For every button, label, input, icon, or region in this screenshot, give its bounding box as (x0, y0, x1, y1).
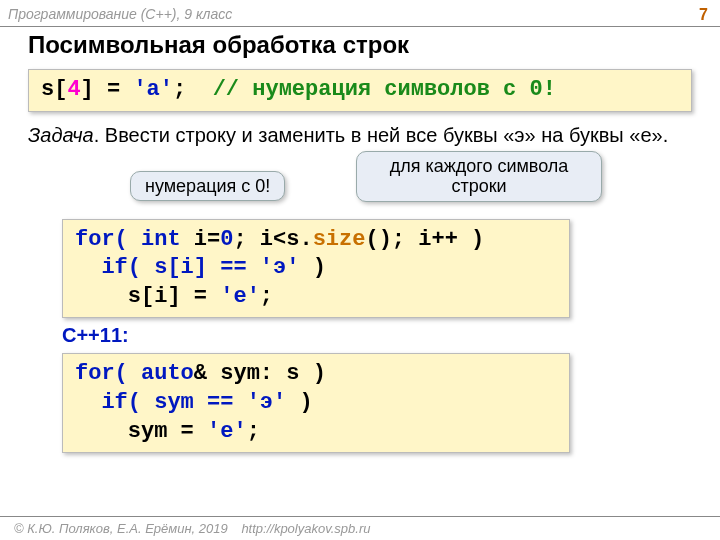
code-snippet-3: for( auto& sym: s ) if( sym == 'э' ) sym… (62, 353, 570, 453)
kw-int: int (141, 227, 181, 252)
code-text: s[i] = (75, 284, 220, 309)
code-num: 0 (220, 227, 233, 252)
copyright: © К.Ю. Поляков, Е.А. Ерёмин, 2019 (14, 521, 228, 536)
callout-foreach: для каждого символа строки (356, 151, 602, 202)
course-label: Программирование (C++), 9 класс (8, 6, 232, 24)
footer-url: http://kpolyakov.spb.ru (241, 521, 370, 536)
code-comment: // нумерация символов с 0! (213, 77, 556, 102)
code-index: 4 (67, 77, 80, 102)
code-char: 'э' (260, 255, 300, 280)
callouts-area: нумерация с 0! для каждого символа строк… (0, 151, 720, 215)
code-snippet-1: s[4] = 'a'; // нумерация символов с 0! (28, 69, 692, 112)
code-text: & sym: s ) (194, 361, 326, 386)
task-label: Задача (28, 124, 94, 146)
colon: : (122, 324, 129, 346)
kw-auto: auto (141, 361, 194, 386)
footer: © К.Ю. Поляков, Е.А. Ерёмин, 2019 http:/… (0, 516, 720, 540)
cpp11-text: C++11 (62, 324, 122, 346)
code-text: ; (260, 284, 273, 309)
kw-for: for( (75, 227, 141, 252)
code-text: ; (247, 419, 260, 444)
code-text: (); i++ ) (365, 227, 484, 252)
code-text: ; (173, 77, 213, 102)
callout-numbering: нумерация с 0! (130, 171, 285, 202)
task-text: Задача. Ввести строку и заменить в ней в… (0, 122, 720, 151)
code-text: sym = (75, 419, 207, 444)
code-char: 'е' (207, 419, 247, 444)
cpp11-label: C++11: (62, 324, 720, 347)
task-body: . Ввести строку и заменить в ней все бук… (94, 124, 669, 146)
kw-if: if( sym == (75, 390, 247, 415)
header-bar: Программирование (C++), 9 класс 7 (0, 0, 720, 26)
code-text: s[ (41, 77, 67, 102)
code-text: ) (286, 390, 312, 415)
slide-title: Посимвольная обработка строк (0, 29, 720, 65)
code-char: 'э' (247, 390, 287, 415)
kw-for: for( (75, 361, 141, 386)
code-char: 'е' (220, 284, 260, 309)
code-text: ] = (81, 77, 121, 102)
code-char: 'a' (133, 77, 173, 102)
code-fn: size (313, 227, 366, 252)
kw-if: if( s[i] == (75, 255, 260, 280)
divider-top (0, 26, 720, 27)
code-text: i= (181, 227, 221, 252)
code-text: ; i<s. (233, 227, 312, 252)
code-snippet-2: for( int i=0; i<s.size(); i++ ) if( s[i]… (62, 219, 570, 319)
page-number: 7 (699, 6, 708, 24)
code-text: ) (299, 255, 325, 280)
